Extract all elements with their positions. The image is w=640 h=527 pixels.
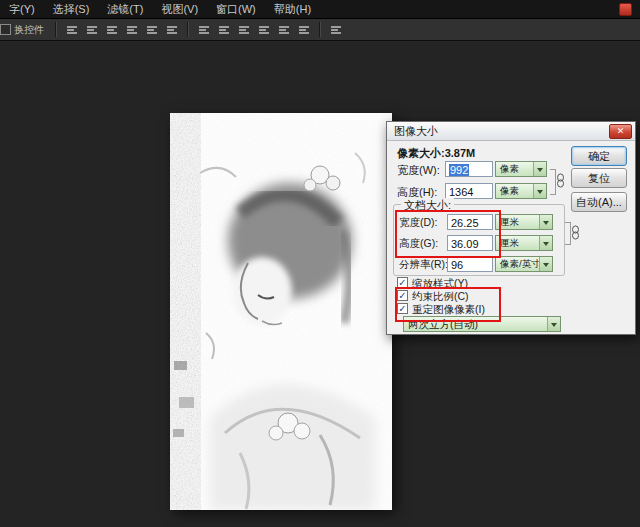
doc-height-unit-select[interactable]: 厘米 [495,235,553,251]
document-size-label: 文档大小: [401,198,454,213]
window-control-icon[interactable] [619,3,632,16]
distribute-right-icon[interactable] [296,23,312,37]
resolution-label: 分辨率(R): [399,258,448,272]
resolution-value: 96 [451,259,463,271]
show-transform-controls-checkbox[interactable] [0,24,11,35]
toolbar-separator [187,22,189,37]
chevron-down-icon [539,215,552,229]
doc-height-value: 36.09 [451,238,479,250]
pixel-width-value: 992 [449,164,469,176]
chevron-down-icon [533,162,546,176]
dialog-title: 图像大小 [394,124,438,139]
distribute-middle-icon[interactable] [216,23,232,37]
distribute-top-icon[interactable] [196,23,212,37]
align-center-horizontal-icon[interactable] [84,23,100,37]
doc-height-unit: 厘米 [500,237,519,248]
doc-width-label: 宽度(D): [399,216,438,230]
scale-styles-checkbox[interactable]: ✓ [397,277,408,288]
auto-button[interactable]: 自动(A)... [571,192,627,212]
doc-width-input[interactable]: 26.25 [447,214,493,230]
menu-window[interactable]: 窗口(W) [207,0,265,18]
align-left-icon[interactable] [64,23,80,37]
pixel-size-label: 像素大小:3.87M [397,146,475,161]
doc-height-label: 高度(G): [399,237,438,251]
align-right-icon[interactable] [104,23,120,37]
canvas-image [170,113,392,510]
resample-method-select[interactable]: 两次立方(自动) [403,316,561,332]
align-middle-icon[interactable] [144,23,160,37]
chevron-down-icon [533,184,546,198]
pixel-height-value: 1364 [449,186,473,198]
chevron-down-icon [539,257,552,271]
link-chain-icon [556,173,565,188]
distribute-center-icon[interactable] [276,23,292,37]
menu-filter[interactable]: 滤镜(T) [98,0,152,18]
menu-type[interactable]: 字(Y) [0,0,44,18]
auto-align-layers-icon[interactable] [328,23,344,37]
document-canvas[interactable] [170,113,392,510]
align-top-icon[interactable] [124,23,140,37]
pixel-height-unit: 像素 [500,185,519,196]
pixel-width-unit-select[interactable]: 像素 [495,161,547,177]
image-size-dialog: 图像大小 ✕ 像素大小:3.87M 宽度(W): 992 像素 高度(H): 1… [386,121,636,335]
resolution-input[interactable]: 96 [447,256,493,272]
doc-height-input[interactable]: 36.09 [447,235,493,251]
chevron-down-icon [539,236,552,250]
scale-styles-label: 缩放样式(Y) [412,277,468,291]
menu-select[interactable]: 选择(S) [44,0,99,18]
close-icon[interactable]: ✕ [609,124,632,139]
options-bar: 换控件 [0,19,640,41]
toolbar-separator [319,22,321,37]
chevron-down-icon [547,317,560,331]
resample-image-label: 重定图像像素(I) [412,303,485,317]
doc-width-unit-select[interactable]: 厘米 [495,214,553,230]
align-bottom-icon[interactable] [164,23,180,37]
pixel-height-unit-select[interactable]: 像素 [495,183,547,199]
pixel-width-label: 宽度(W): [397,163,440,178]
dialog-titlebar[interactable]: 图像大小 ✕ [387,122,635,141]
pixel-width-input[interactable]: 992 [445,161,493,177]
photoshop-window: 字(Y) 选择(S) 滤镜(T) 视图(V) 窗口(W) 帮助(H) 换控件 [0,0,640,527]
doc-width-unit: 厘米 [500,216,519,227]
doc-width-value: 26.25 [451,217,479,229]
menu-view[interactable]: 视图(V) [152,0,207,18]
menu-help[interactable]: 帮助(H) [265,0,320,18]
reset-button[interactable]: 复位 [571,168,627,188]
constrain-proportions-label: 约束比例(C) [412,290,469,304]
distribute-left-icon[interactable] [256,23,272,37]
link-chain-icon [571,225,580,240]
toolbar-separator [55,22,57,37]
ok-button[interactable]: 确定 [571,146,627,166]
constrain-proportions-checkbox[interactable]: ✓ [397,290,408,301]
resolution-unit-select[interactable]: 像素/英寸 [495,256,553,272]
pixel-height-input[interactable]: 1364 [445,183,493,199]
show-transform-controls-label: 换控件 [14,23,44,37]
menu-bar: 字(Y) 选择(S) 滤镜(T) 视图(V) 窗口(W) 帮助(H) [0,0,640,19]
pixel-width-unit: 像素 [500,163,519,174]
resample-image-checkbox[interactable]: ✓ [397,303,408,314]
distribute-bottom-icon[interactable] [236,23,252,37]
resolution-unit: 像素/英寸 [500,258,541,269]
resample-method-value: 两次立方(自动) [408,318,478,330]
